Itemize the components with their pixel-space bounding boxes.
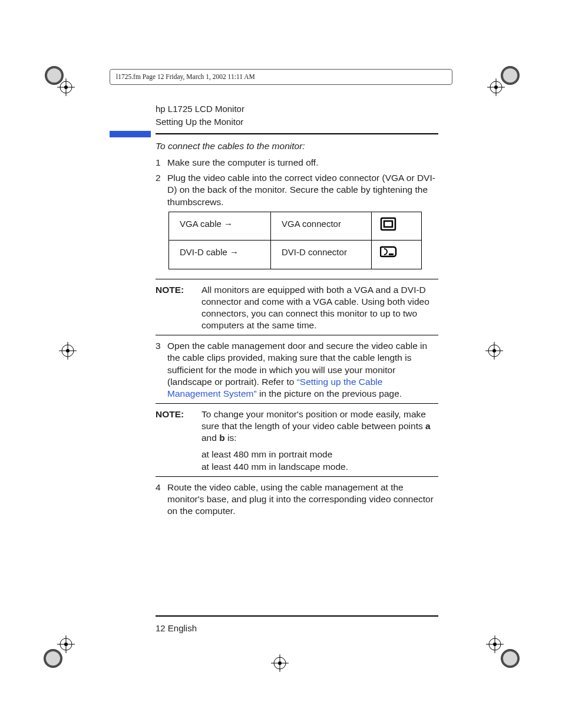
dvi-d-connector-icon [380, 245, 398, 261]
separator-rule [156, 279, 438, 279]
table-row: VGA cable → VGA connector [169, 212, 422, 241]
intro-text: To connect the cables to the monitor: [156, 140, 438, 152]
doc-section: Setting Up the Monitor [156, 116, 438, 128]
step-2: 2 Plug the video cable into the correct … [156, 172, 438, 207]
step-1: 1 Make sure the computer is turned off. [156, 157, 438, 169]
separator-rule [156, 403, 438, 404]
cropmark-icon [485, 342, 503, 360]
svg-point-1 [46, 67, 62, 84]
separator-rule [156, 335, 438, 335]
step-text: Plug the video cable into the correct vi… [167, 172, 438, 207]
header-rule [156, 133, 438, 134]
note-block: NOTE: All monitors are equipped with bot… [156, 284, 438, 332]
step-text: Open the cable management door and secur… [167, 340, 438, 400]
note-label: NOTE: [156, 284, 201, 332]
cropmark-icon [271, 654, 289, 672]
cropmark-icon [59, 342, 77, 360]
step-4: 4 Route the video cable, using the cable… [156, 482, 438, 517]
cropmark-icon [42, 634, 78, 669]
svg-point-35 [502, 650, 518, 667]
svg-rect-36 [381, 218, 395, 230]
svg-point-19 [492, 349, 496, 353]
dvi-cable-label: DVI-D cable → [180, 247, 239, 257]
svg-point-33 [493, 643, 497, 646]
note-text: To change your monitor's position or mod… [201, 409, 438, 444]
point-b-label: b [219, 433, 224, 443]
cropmark-icon [484, 64, 520, 99]
step-number: 1 [156, 157, 167, 169]
footer-rule [156, 615, 438, 617]
vga-connector-icon [380, 217, 396, 234]
step-number: 4 [156, 482, 167, 517]
step-number: 2 [156, 172, 167, 207]
connector-table: VGA cable → VGA connector DVI-D cable → … [168, 212, 422, 269]
print-header: l1725.fm Page 12 Friday, March 1, 2002 1… [110, 69, 452, 85]
step-3: 3 Open the cable management door and sec… [156, 340, 438, 400]
page-body: hp L1725 LCD Monitor Setting Up the Moni… [156, 103, 438, 521]
svg-point-25 [45, 650, 61, 667]
step-text: Route the video cable, using the cable m… [167, 482, 438, 517]
doc-title: hp L1725 LCD Monitor [156, 103, 438, 115]
vga-connector-label: VGA connector [282, 219, 341, 229]
page-footer: 12 English [156, 622, 197, 634]
note-measurement-portrait: at least 480 mm in portrait mode [201, 449, 438, 460]
cropmark-icon [42, 64, 78, 99]
svg-point-23 [64, 643, 68, 646]
note-measurement-landscape: at least 440 mm in landscape mode. [201, 461, 438, 473]
point-a-label: a [425, 421, 431, 431]
vga-cable-label: VGA cable → [180, 219, 233, 229]
separator-rule [156, 476, 438, 477]
note-label: NOTE: [156, 409, 201, 444]
note-block: NOTE: To change your monitor's position … [156, 409, 438, 444]
svg-rect-37 [384, 221, 392, 227]
svg-point-29 [278, 661, 282, 665]
svg-rect-38 [389, 253, 394, 255]
note-text: All monitors are equipped with both a VG… [201, 284, 438, 332]
table-row: DVI-D cable → DVI-D connector [169, 241, 422, 269]
dvi-connector-label: DVI-D connector [282, 247, 347, 257]
cropmark-icon [484, 634, 520, 669]
svg-point-15 [66, 349, 70, 353]
step-text: Make sure the computer is turned off. [167, 157, 438, 169]
svg-point-9 [494, 85, 498, 89]
step-number: 3 [156, 340, 167, 400]
svg-point-5 [64, 85, 68, 89]
svg-point-11 [502, 67, 518, 84]
